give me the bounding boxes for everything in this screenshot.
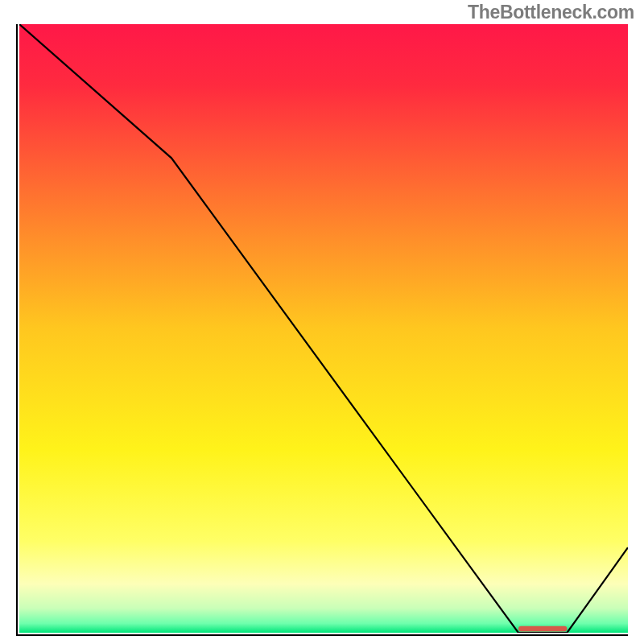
chart-container: TheBottleneck.com: [0, 0, 644, 644]
curve-layer: [19, 24, 628, 633]
optimal-band-marker: [518, 626, 567, 632]
attribution-label: TheBottleneck.com: [468, 2, 634, 23]
plot-area: [16, 24, 628, 636]
bottleneck-curve: [19, 24, 628, 633]
